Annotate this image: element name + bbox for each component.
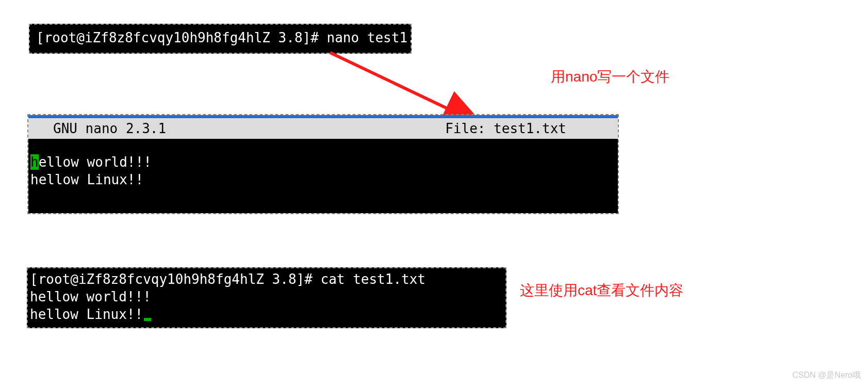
nano-editor-body[interactable]: hellow world!!! hellow Linux!! xyxy=(28,139,618,213)
nano-line-2: hellow Linux!! xyxy=(30,171,613,188)
cat-output-line-2: hellow Linux!! xyxy=(30,306,501,323)
nano-file-label: File: test1.txt xyxy=(445,121,618,136)
nano-line-1: hellow world!!! xyxy=(30,153,613,171)
nano-app-title: GNU nano 2.3.1 xyxy=(28,121,166,136)
cat-output-line-1: hellow world!!! xyxy=(30,288,501,306)
cat-prompt-line: [root@iZf8z8fcvqy10h9h8fg4hlZ 3.8]# cat … xyxy=(30,270,501,288)
nano-cursor-char: h xyxy=(30,154,39,170)
watermark-text: CSDN @是Nero哦 xyxy=(792,370,861,381)
annotation-nano: 用nano写一个文件 xyxy=(551,67,669,87)
svg-line-1 xyxy=(330,53,480,124)
terminal-nano-command: [root@iZf8z8fcvqy10h9h8fg4hlZ 3.8]# nano… xyxy=(29,24,412,54)
annotation-cat: 这里使用cat查看文件内容 xyxy=(520,281,683,300)
nano-header: GNU nano 2.3.1 File: test1.txt xyxy=(28,118,618,139)
nano-line-1-rest: ellow world!!! xyxy=(39,154,152,170)
terminal-prompt-line: [root@iZf8z8fcvqy10h9h8fg4hlZ 3.8]# nano… xyxy=(30,30,411,45)
terminal-cat-output: [root@iZf8z8fcvqy10h9h8fg4hlZ 3.8]# cat … xyxy=(27,267,506,328)
nano-editor-window: GNU nano 2.3.1 File: test1.txt hellow wo… xyxy=(27,114,619,214)
terminal-cursor-icon xyxy=(144,318,151,321)
